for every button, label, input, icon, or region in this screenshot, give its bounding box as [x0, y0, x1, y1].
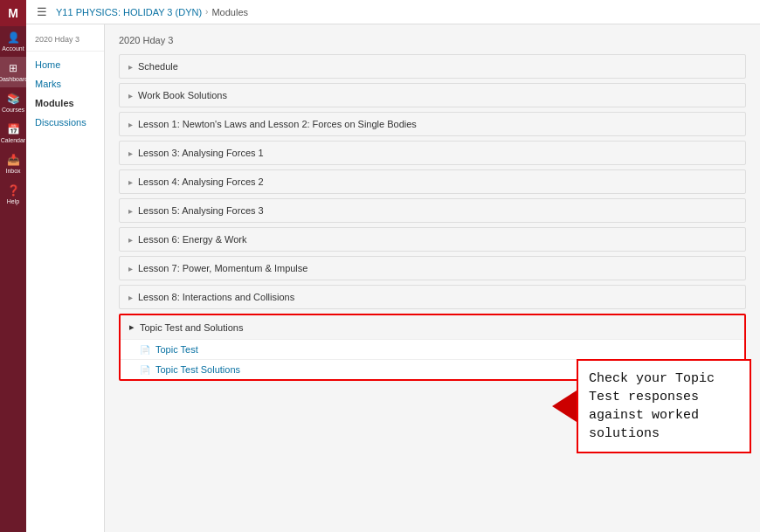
- topic-test-header[interactable]: ▸ Topic Test and Solutions: [121, 315, 744, 339]
- bullet-icon: ▸: [128, 120, 133, 129]
- page-icon: 📄: [140, 365, 150, 375]
- module-schedule-label: Schedule: [138, 61, 178, 72]
- module-lesson5[interactable]: ▸ Lesson 5: Analysing Forces 3: [119, 198, 746, 223]
- sidebar-breadcrumb: 2020 Hday 3: [26, 31, 104, 52]
- bullet-icon: ▸: [128, 293, 133, 302]
- bullet-icon: ▸: [128, 177, 133, 187]
- nav-calendar[interactable]: 📅 Calendar: [0, 118, 26, 149]
- sidebar-item-modules[interactable]: Modules: [26, 93, 104, 113]
- menu-icon[interactable]: ☰: [37, 5, 47, 18]
- main-content: 2020 Hday 3 ▸ Schedule ▸ Work Book Solut…: [105, 24, 760, 532]
- bullet-icon: ▸: [128, 264, 133, 273]
- module-lesson6[interactable]: ▸ Lesson 6: Energy & Work: [119, 227, 746, 252]
- callout-arrow: [552, 390, 577, 422]
- nav-rail: M 👤 Account ⊞ Dashboard 📚 Courses 📅 Cale…: [0, 0, 26, 532]
- bullet-icon: ▸: [128, 91, 133, 100]
- topic-test-header-label: Topic Test and Solutions: [140, 322, 243, 333]
- module-workbook[interactable]: ▸ Work Book Solutions: [119, 83, 746, 107]
- calendar-icon: 📅: [7, 123, 20, 135]
- top-bar: ☰ Y11 PHYSICS: HOLIDAY 3 (DYN) › Modules: [26, 0, 760, 24]
- callout-container: Check your Topic Test responses against …: [552, 359, 751, 453]
- nav-courses[interactable]: 📚 Courses: [0, 87, 26, 118]
- nav-account[interactable]: 👤 Account: [0, 26, 26, 57]
- module-lesson8[interactable]: ▸ Lesson 8: Interactions and Collisions: [119, 285, 746, 309]
- topic-test-item[interactable]: 📄 Topic Test: [121, 339, 744, 359]
- logo: M: [0, 0, 26, 26]
- bullet-icon: ▸: [128, 62, 133, 72]
- nav-inbox-label: Inbox: [5, 168, 20, 174]
- breadcrumb-course[interactable]: Y11 PHYSICS: HOLIDAY 3 (DYN): [56, 7, 202, 17]
- dashboard-icon: ⊞: [9, 62, 17, 74]
- sidebar: 2020 Hday 3 Home Marks Modules Discussio…: [26, 24, 105, 532]
- module-lesson4-label: Lesson 4: Analysing Forces 2: [138, 176, 264, 187]
- callout-box: Check your Topic Test responses against …: [577, 359, 751, 453]
- breadcrumb-separator: ›: [205, 7, 208, 17]
- topic-test-label: Topic Test: [155, 344, 198, 355]
- breadcrumb-current: Modules: [211, 7, 248, 17]
- courses-icon: 📚: [7, 93, 20, 105]
- sidebar-item-home[interactable]: Home: [26, 55, 104, 74]
- callout-text: Check your Topic Test responses against …: [589, 371, 715, 441]
- nav-account-label: Account: [2, 45, 24, 52]
- module-lesson6-label: Lesson 6: Energy & Work: [138, 234, 247, 245]
- account-icon: 👤: [7, 31, 20, 44]
- inbox-icon: 📥: [7, 154, 20, 166]
- nav-inbox[interactable]: 📥 Inbox: [0, 149, 26, 179]
- module-lesson7-label: Lesson 7: Power, Momentum & Impulse: [138, 263, 307, 273]
- nav-courses-label: Courses: [2, 107, 24, 113]
- module-lesson1[interactable]: ▸ Lesson 1: Newton's Laws and Lesson 2: …: [119, 112, 746, 136]
- sidebar-item-discussions[interactable]: Discussions: [26, 113, 104, 132]
- bullet-icon: ▸: [128, 235, 133, 245]
- topic-test-solutions-label: Topic Test Solutions: [155, 364, 240, 375]
- nav-dashboard[interactable]: ⊞ Dashboard: [0, 57, 26, 87]
- callout-arrow-wrapper: [552, 390, 577, 422]
- bullet-icon: ▸: [128, 149, 133, 158]
- module-lesson7[interactable]: ▸ Lesson 7: Power, Momentum & Impulse: [119, 256, 746, 280]
- module-lesson8-label: Lesson 8: Interactions and Collisions: [138, 292, 294, 302]
- nav-help[interactable]: ❓ Help: [0, 179, 26, 210]
- module-lesson1-label: Lesson 1: Newton's Laws and Lesson 2: Fo…: [138, 119, 417, 129]
- module-schedule[interactable]: ▸ Schedule: [119, 54, 746, 79]
- nav-calendar-label: Calendar: [1, 137, 25, 143]
- nav-dashboard-label: Dashboard: [0, 76, 28, 82]
- module-lesson3-label: Lesson 3: Analysing Forces 1: [138, 148, 264, 158]
- nav-help-label: Help: [7, 198, 19, 204]
- sidebar-item-marks[interactable]: Marks: [26, 74, 104, 93]
- bullet-icon: ▸: [129, 321, 135, 333]
- help-icon: ❓: [7, 184, 20, 197]
- page-title: 2020 Hday 3: [119, 35, 746, 45]
- page-icon: 📄: [140, 345, 150, 355]
- module-lesson4[interactable]: ▸ Lesson 4: Analysing Forces 2: [119, 169, 746, 194]
- module-lesson3[interactable]: ▸ Lesson 3: Analysing Forces 1: [119, 141, 746, 165]
- bullet-icon: ▸: [128, 206, 133, 216]
- module-lesson5-label: Lesson 5: Analysing Forces 3: [138, 205, 264, 216]
- module-workbook-label: Work Book Solutions: [138, 90, 227, 100]
